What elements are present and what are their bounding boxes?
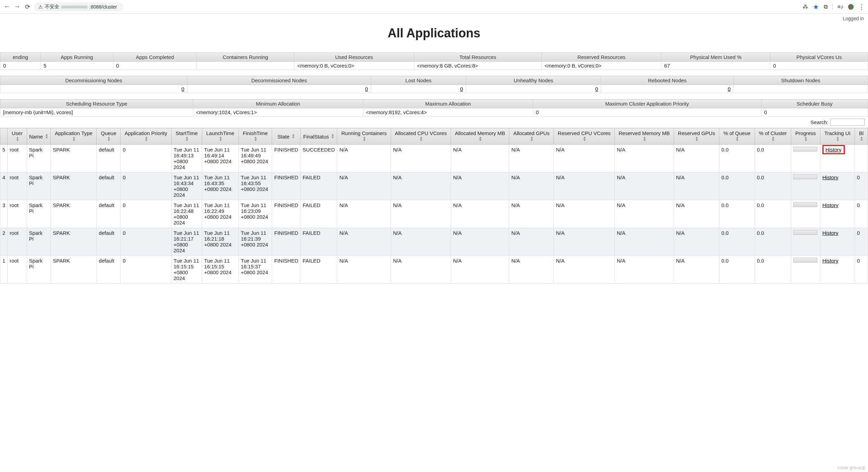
metrics-value: 67 (661, 62, 770, 70)
metrics-header: Physical VCores Us (770, 53, 868, 62)
metrics-value: 0 (187, 85, 371, 93)
extensions-icon[interactable]: ⧉ (824, 4, 828, 10)
tracking-ui-link[interactable]: History (822, 174, 839, 180)
metrics-header: Apps Completed (113, 53, 196, 62)
metrics-link[interactable]: 0 (365, 86, 368, 92)
cell-progress (791, 145, 820, 172)
apps-column-header[interactable]: Allocated GPUs ▲▼ (509, 128, 554, 145)
profile-avatar-icon[interactable] (848, 4, 854, 10)
table-row: 3rootSpark PiSPARKdefault0Tue Jun 11 16:… (0, 200, 868, 228)
back-icon[interactable]: ← (3, 3, 10, 10)
cell-apptype: SPARK (51, 228, 97, 256)
sort-icon: ▲▼ (643, 136, 646, 142)
metrics-value: <memory:0 B, vCores:0> (541, 62, 661, 70)
tracking-ui-link[interactable]: History (822, 202, 839, 208)
apps-column-header[interactable]: FinalStatus ▲▼ (301, 128, 337, 145)
apps-column-header[interactable]: Tracking UI ▲▼ (820, 128, 855, 145)
metrics-link[interactable]: 0 (182, 86, 184, 92)
apps-column-header[interactable]: Progress ▲▼ (791, 128, 820, 145)
translate-icon[interactable]: ⁂ (803, 3, 808, 10)
cell-final: SUCCEEDED (301, 145, 337, 172)
sort-icon: ▲▼ (16, 136, 19, 142)
cell-queue: default (97, 145, 121, 172)
sort-icon: ▲▼ (583, 136, 586, 142)
metrics-header: Apps Running (41, 53, 113, 62)
metrics-link[interactable]: 0 (595, 86, 598, 92)
sort-icon: ▲▼ (331, 133, 334, 139)
apps-column-header[interactable]: Running Containers ▲▼ (337, 128, 391, 145)
apps-column-header[interactable]: Reserved CPU VCores ▲▼ (554, 128, 615, 145)
metrics-value: 5 (41, 62, 113, 70)
tracking-ui-link[interactable]: History (822, 258, 839, 264)
cell-apptype: SPARK (51, 256, 97, 283)
apps-column-header[interactable]: Allocated CPU VCores ▲▼ (391, 128, 451, 145)
cell-start: Tue Jun 11 16:43:34 +0800 2024 (171, 172, 202, 200)
apps-column-header[interactable]: LaunchTime ▲▼ (202, 128, 239, 145)
apps-column-header[interactable]: FinishTime ▲▼ (239, 128, 272, 145)
cell-pc: 0.0 (755, 200, 791, 228)
cell-launch: Tue Jun 11 16:49:14 +0800 2024 (202, 145, 239, 172)
sort-icon: ▲▼ (45, 133, 48, 139)
url-blur: ■■■■■■■■■ (61, 4, 87, 10)
table-row: 4rootSpark PiSPARKdefault0Tue Jun 11 16:… (0, 172, 868, 200)
metrics-link[interactable]: 0 (728, 86, 731, 92)
apps-column-header[interactable]: Reserved GPUs ▲▼ (674, 128, 719, 145)
metrics-header: Shutdown Nodes (734, 76, 868, 85)
metrics-value: 0 (601, 85, 734, 93)
sort-icon: ▲▼ (695, 136, 699, 142)
cell-bl: 0 (855, 172, 868, 200)
cell-rc: N/A (337, 145, 391, 172)
cell-name: Spark Pi (27, 256, 50, 283)
forward-icon[interactable]: → (14, 3, 21, 10)
apps-column-header[interactable]: Queue ▲▼ (97, 128, 121, 145)
cell-rcpu: N/A (554, 256, 615, 283)
cell-finish: Tue Jun 11 16:43:55 +0800 2024 (239, 172, 272, 200)
playlist-icon[interactable]: ≡♪ (838, 4, 843, 10)
sort-icon: ▲▼ (292, 133, 295, 139)
apps-column-header[interactable]: State ▲▼ (272, 128, 301, 145)
sort-icon: ▲▼ (836, 136, 840, 142)
cell-progress (791, 228, 820, 256)
cell-rgpu: N/A (674, 200, 719, 228)
apps-column-header[interactable]: StartTime ▲▼ (171, 128, 202, 145)
reload-icon[interactable]: ⟳ (24, 3, 31, 11)
apps-column-header[interactable]: User ▲▼ (8, 128, 27, 145)
apps-column-header[interactable]: Application Priority ▲▼ (121, 128, 171, 145)
apps-column-header[interactable]: Application Type ▲▼ (51, 128, 97, 145)
page-title: All Applications (0, 26, 868, 40)
cell-launch: Tue Jun 11 16:22:49 +0800 2024 (202, 200, 239, 228)
apps-column-header[interactable]: Allocated Memory MB ▲▼ (451, 128, 509, 145)
metrics-header: Maximum Cluster Application Priority (533, 99, 761, 108)
cell-rmem: N/A (615, 228, 674, 256)
metrics-value: 0 (770, 62, 868, 70)
address-bar[interactable]: ⚠ 不安全 ■■■■■■■■■ :8088/cluster (34, 2, 123, 11)
cell-rc: N/A (337, 256, 391, 283)
apps-column-header[interactable]: Bl ▲▼ (855, 128, 868, 145)
cell-amem: N/A (451, 145, 509, 172)
cell-progress (791, 256, 820, 283)
cell-acpu: N/A (391, 256, 451, 283)
bookmark-star-icon[interactable]: ★ (813, 3, 819, 11)
metrics-header: Scheduling Resource Type (0, 99, 193, 108)
cell-rc: N/A (337, 228, 391, 256)
cell-agpu: N/A (509, 200, 554, 228)
cell-start: Tue Jun 11 16:21:17 +0800 2024 (171, 228, 202, 256)
cell-start: Tue Jun 11 16:15:15 +0800 2024 (171, 256, 202, 283)
metrics-link[interactable]: 0 (460, 86, 463, 92)
metrics-value (734, 85, 868, 93)
apps-column-header[interactable]: % of Cluster ▲▼ (755, 128, 791, 145)
apps-column-header[interactable] (0, 128, 8, 145)
insecure-label: 不安全 (45, 4, 59, 10)
tracking-ui-link[interactable]: History (826, 147, 842, 153)
sort-icon: ▲▼ (219, 136, 222, 142)
search-input[interactable] (830, 119, 865, 126)
cell-pq: 0.0 (719, 228, 755, 256)
apps-column-header[interactable]: % of Queue ▲▼ (719, 128, 755, 145)
sort-icon: ▲▼ (530, 136, 534, 142)
progress-bar (793, 174, 817, 179)
apps-column-header[interactable]: Reserved Memory MB ▲▼ (615, 128, 674, 145)
menu-icon[interactable]: ⋮ (858, 3, 865, 11)
tracking-ui-link[interactable]: History (822, 230, 839, 236)
apps-column-header[interactable]: Name ▲▼ (27, 128, 50, 145)
progress-bar (793, 147, 817, 152)
